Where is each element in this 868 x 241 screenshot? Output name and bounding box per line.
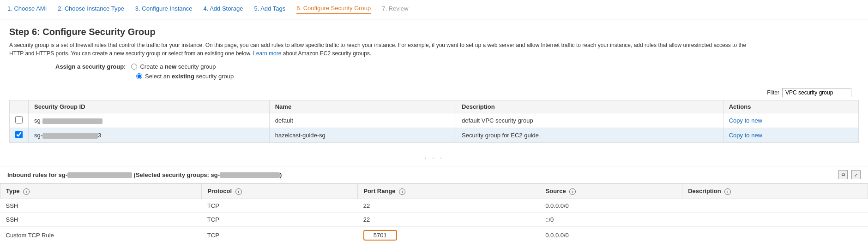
page-description: A security group is a set of firewall ru… — [9, 41, 748, 58]
sg-description-cell: default VPC security group — [456, 113, 723, 128]
source-info-icon[interactable]: i — [569, 188, 576, 195]
copy-to-new-link-0[interactable]: Copy to new — [729, 117, 762, 124]
wizard-step-add-storage[interactable]: 4. Add Storage — [203, 5, 243, 14]
col-protocol: Protocol i — [202, 184, 358, 199]
expand-icon-btn[interactable]: ⤢ — [851, 170, 861, 179]
wizard-steps: 1. Choose AMI2. Choose Instance Type3. C… — [0, 0, 868, 19]
learn-more-link[interactable]: Learn more — [253, 50, 281, 57]
rule-port-range: 22 — [358, 212, 540, 226]
inbound-rules-table: Type i Protocol i Port Range i Source i … — [0, 183, 868, 241]
sg-id-redacted — [42, 133, 98, 139]
copy-icon-btn[interactable]: ⧉ — [838, 170, 848, 179]
col-port-range: Port Range i — [358, 184, 540, 199]
inbound-rules-header: Inbound rules for sg- (Selected security… — [0, 166, 868, 183]
rule-row: SSHTCP22::/0 — [0, 212, 868, 226]
rules-table-body: SSHTCP220.0.0.0/0SSHTCP22::/0Custom TCP … — [0, 199, 868, 241]
col-rule-description: Description i — [682, 184, 868, 199]
sg-row-checkbox-1[interactable] — [15, 131, 23, 138]
radio-select-existing[interactable] — [136, 73, 142, 79]
sg-table-row[interactable]: sg-defaultdefault VPC security groupCopy… — [10, 113, 859, 128]
sg-id-cell: sg- — [29, 113, 270, 128]
col-name: Name — [269, 100, 456, 113]
port-info-icon[interactable]: i — [399, 188, 405, 195]
radio-create-new[interactable] — [131, 64, 137, 70]
wizard-step-choose-instance[interactable]: 2. Choose Instance Type — [58, 5, 124, 14]
rule-description — [682, 199, 868, 212]
rule-source: 0.0.0.0/0 — [540, 226, 682, 241]
radio-row-create: Assign a security group: Create a new se… — [55, 63, 859, 70]
col-description: Description — [456, 100, 723, 113]
divider: · · · — [0, 150, 868, 166]
inbound-sg-id-redacted — [67, 172, 132, 178]
page-content: Step 6: Configure Security Group A secur… — [0, 19, 868, 150]
create-new-label: Create a new security group — [140, 63, 216, 70]
col-actions: Actions — [723, 100, 858, 113]
sg-row-checkbox-0[interactable] — [15, 116, 23, 123]
col-checkbox — [10, 100, 29, 113]
wizard-step-configure-security[interactable]: 6. Configure Security Group — [296, 5, 371, 14]
rule-port-range: 22 — [358, 199, 540, 212]
filter-label: Filter — [767, 89, 779, 96]
rules-table-header: Type i Protocol i Port Range i Source i … — [0, 184, 868, 199]
inbound-icons: ⧉ ⤢ — [838, 170, 861, 179]
filter-input[interactable] — [782, 88, 851, 97]
port-highlight: 5701 — [363, 230, 397, 241]
wizard-step-configure-instance[interactable]: 3. Configure Instance — [135, 5, 193, 14]
sg-table-body: sg-defaultdefault VPC security groupCopy… — [10, 113, 859, 143]
sg-id-redacted — [42, 118, 102, 124]
col-type: Type i — [0, 184, 202, 199]
select-existing-label: Select an existing security group — [145, 73, 234, 80]
security-groups-table: Security Group ID Name Description Actio… — [9, 100, 859, 143]
sg-description-cell: Security group for EC2 guide — [456, 128, 723, 143]
rule-type: SSH — [0, 199, 202, 212]
inbound-rules-title: Inbound rules for sg- (Selected security… — [7, 171, 282, 178]
assign-group-label: Assign a security group: — [55, 63, 126, 70]
assign-group-section: Assign a security group: Create a new se… — [55, 63, 859, 80]
rule-source: ::/0 — [540, 212, 682, 226]
rule-type: Custom TCP Rule — [0, 226, 202, 241]
wizard-step-add-tags[interactable]: 5. Add Tags — [254, 5, 285, 14]
type-info-icon[interactable]: i — [23, 188, 30, 195]
copy-to-new-link-1[interactable]: Copy to new — [729, 132, 762, 139]
rule-description — [682, 212, 868, 226]
protocol-info-icon[interactable]: i — [235, 188, 242, 195]
rule-description — [682, 226, 868, 241]
col-source: Source i — [540, 184, 682, 199]
rule-row: SSHTCP220.0.0.0/0 — [0, 199, 868, 212]
col-sg-id: Security Group ID — [29, 100, 270, 113]
rule-protocol: TCP — [202, 226, 358, 241]
wizard-step-choose-ami[interactable]: 1. Choose AMI — [7, 5, 47, 14]
sg-id-cell: sg-3 — [29, 128, 270, 143]
page-title: Step 6: Configure Security Group — [9, 27, 859, 37]
radio-row-existing: Select an existing security group — [136, 73, 859, 80]
rule-source: 0.0.0.0/0 — [540, 199, 682, 212]
rule-row: Custom TCP RuleTCP57010.0.0.0/0 — [0, 226, 868, 241]
sg-table-header: Security Group ID Name Description Actio… — [10, 100, 859, 113]
rule-protocol: TCP — [202, 212, 358, 226]
sg-name-cell: default — [269, 113, 456, 128]
desc-info-icon[interactable]: i — [724, 188, 731, 195]
rule-protocol: TCP — [202, 199, 358, 212]
rule-type: SSH — [0, 212, 202, 226]
sg-table-row[interactable]: sg-3hazelcast-guide-sgSecurity group for… — [10, 128, 859, 143]
description-text: A security group is a set of firewall ru… — [9, 42, 746, 57]
description-suffix: about Amazon EC2 security groups. — [283, 50, 371, 57]
filter-bar: Filter — [9, 85, 859, 100]
inbound-selected-sg-redacted — [220, 172, 280, 178]
sg-name-cell: hazelcast-guide-sg — [269, 128, 456, 143]
rule-port-range: 5701 — [358, 226, 540, 241]
wizard-step-review: 7. Review — [382, 5, 408, 14]
